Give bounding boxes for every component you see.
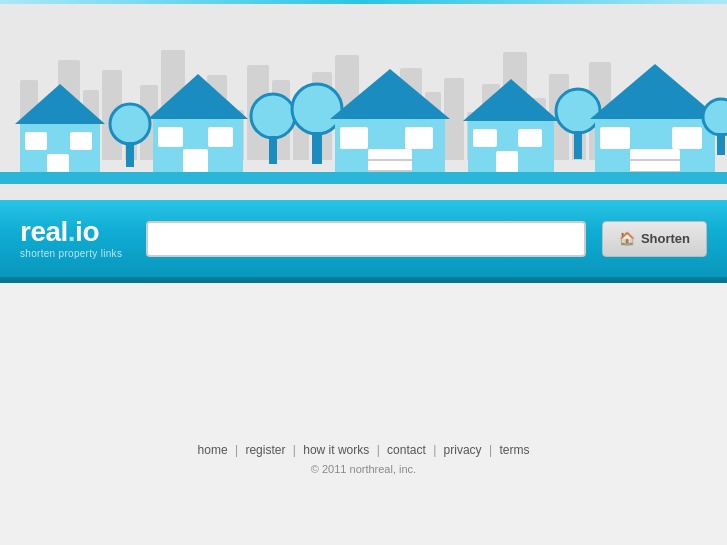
svg-rect-33 — [672, 127, 702, 149]
footer-copyright: © 2011 northreal, inc. — [198, 463, 530, 475]
scene-svg — [0, 54, 727, 184]
separator-3: | — [377, 443, 383, 457]
logo-text: real.io — [20, 218, 130, 246]
logo-area: real.io shorten property links — [20, 218, 130, 259]
svg-rect-32 — [600, 127, 630, 149]
svg-rect-39 — [0, 172, 727, 184]
svg-rect-29 — [574, 131, 582, 159]
svg-marker-0 — [15, 84, 105, 124]
svg-rect-3 — [70, 132, 92, 150]
footer-links: home | register | how it works | contact… — [198, 443, 530, 457]
footer-link-home[interactable]: home — [198, 443, 228, 457]
logo-io: io — [75, 216, 99, 247]
svg-marker-23 — [463, 79, 559, 121]
footer-link-terms[interactable]: terms — [499, 443, 529, 457]
separator-1: | — [235, 443, 241, 457]
shorten-label: Shorten — [641, 231, 690, 246]
svg-marker-30 — [590, 64, 720, 119]
svg-rect-9 — [158, 127, 183, 147]
svg-rect-38 — [717, 133, 725, 155]
svg-rect-2 — [25, 132, 47, 150]
page-wrapper: real.io shorten property links 🏠 Shorten… — [0, 0, 727, 545]
footer-link-privacy[interactable]: privacy — [444, 443, 482, 457]
separator-4: | — [433, 443, 439, 457]
logo-real: real — [20, 216, 68, 247]
svg-marker-7 — [148, 74, 248, 119]
svg-rect-13 — [269, 136, 277, 164]
footer-link-contact[interactable]: contact — [387, 443, 426, 457]
separator-2: | — [293, 443, 299, 457]
svg-point-28 — [556, 89, 600, 133]
svg-rect-19 — [405, 127, 433, 149]
footer-link-how-it-works[interactable]: how it works — [303, 443, 369, 457]
blue-bar: real.io shorten property links 🏠 Shorten — [0, 200, 727, 277]
svg-point-5 — [110, 104, 150, 144]
separator-5: | — [489, 443, 495, 457]
shorten-button[interactable]: 🏠 Shorten — [602, 221, 707, 257]
svg-marker-16 — [330, 69, 450, 119]
svg-point-12 — [251, 94, 295, 138]
footer: home | register | how it works | contact… — [198, 423, 530, 505]
foreground-scene — [0, 50, 727, 200]
url-input[interactable] — [146, 221, 586, 257]
home-icon: 🏠 — [619, 231, 635, 246]
main-content: home | register | how it works | contact… — [0, 283, 727, 545]
svg-rect-15 — [312, 132, 322, 164]
svg-point-37 — [703, 99, 727, 135]
svg-rect-6 — [126, 142, 134, 167]
svg-rect-18 — [340, 127, 368, 149]
footer-link-register[interactable]: register — [245, 443, 285, 457]
svg-rect-10 — [208, 127, 233, 147]
svg-rect-26 — [518, 129, 542, 147]
hero-banner — [0, 0, 727, 200]
svg-point-14 — [292, 84, 342, 134]
top-light-strip — [0, 0, 727, 4]
svg-rect-25 — [473, 129, 497, 147]
logo-tagline: shorten property links — [20, 248, 130, 259]
